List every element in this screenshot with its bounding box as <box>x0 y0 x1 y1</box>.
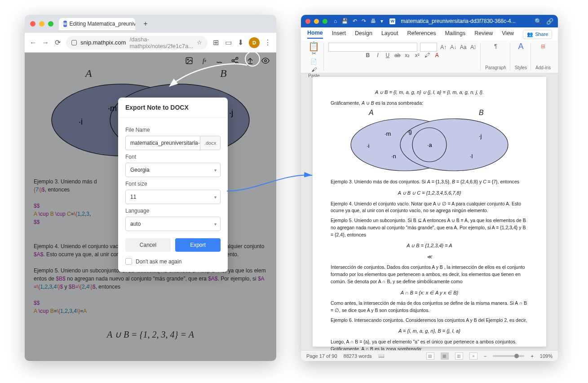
browser-tabstrip: M Editing Matematica_preunive × + <box>25 15 276 33</box>
ribbon-group-font: A↑ A↓ Aa A⃠ B I U ab x₂ x² 🖍 A <box>325 43 481 71</box>
underline-icon[interactable]: U <box>384 52 391 59</box>
italic-icon[interactable]: I <box>374 52 381 59</box>
web-view-icon[interactable]: ▥ <box>455 352 463 360</box>
zoom-slider[interactable] <box>493 355 524 357</box>
paragraph: Ejemplo 3. Uniendo más de dos conjuntos.… <box>331 178 528 186</box>
dont-ask-label: Don't ask me again <box>136 258 181 265</box>
equation: A ∪ B = {i, m, a, g, n} ∪ {j, l, a} = {i… <box>331 89 528 96</box>
save-icon[interactable]: 💾 <box>341 18 348 24</box>
browser-tab[interactable]: M Editing Matematica_preunive × <box>59 18 135 30</box>
bold-icon[interactable]: B <box>364 52 371 59</box>
focus-view-icon[interactable]: ▤ <box>426 352 434 360</box>
modal-title: Export Note to DOCX <box>118 98 228 118</box>
reload-icon[interactable]: ⟳ <box>54 38 62 47</box>
extensions-icon[interactable]: ⊞ <box>212 38 220 47</box>
tab-home[interactable]: Home <box>307 30 323 39</box>
download-icon[interactable]: ⬇ <box>237 38 244 47</box>
redo-icon[interactable]: ↷ <box>362 18 366 24</box>
paragraph-icon[interactable]: ¶ <box>492 43 500 50</box>
tab-layout[interactable]: Layout <box>381 30 398 38</box>
subscript-icon[interactable]: x₂ <box>404 52 411 59</box>
paragraph: Intersección de conjuntos. Dados dos con… <box>331 264 528 285</box>
print-icon[interactable]: 🖶 <box>371 18 376 24</box>
document-page: A ∪ B = {i, m, a, g, n} ∪ {j, l, a} = {i… <box>313 77 546 347</box>
file-name-input[interactable]: matematica_preuniversitaria-dd... <box>125 136 200 150</box>
tab-insert[interactable]: Insert <box>332 30 346 38</box>
browser-window: M Editing Matematica_preunive × + ← → ⟳ … <box>25 15 276 361</box>
zoom-level[interactable]: 109% <box>540 353 553 359</box>
font-color-icon[interactable]: A <box>433 52 441 59</box>
minimize-dot[interactable] <box>39 21 44 27</box>
font-family-select[interactable] <box>328 43 418 52</box>
change-case-icon[interactable]: Aa <box>460 44 467 51</box>
shrink-font-icon[interactable]: A↓ <box>450 44 457 51</box>
quick-access: ⌂ 💾 ↶ ↷ 🖶 ▾ <box>334 18 383 24</box>
share-button[interactable]: 👥 Share <box>523 30 552 39</box>
close-dot[interactable] <box>305 19 310 24</box>
minimize-dot[interactable] <box>314 19 319 24</box>
address-bar[interactable]: snip.mathpix.com/dasha-mathpix/notes/2fe… <box>66 36 208 49</box>
superscript-icon[interactable]: x² <box>414 52 421 59</box>
print-view-icon[interactable]: ▦ <box>441 352 449 360</box>
font-select[interactable]: Georgia▾ <box>125 163 221 177</box>
url-host: snip.mathpix.com <box>80 39 126 46</box>
close-dot[interactable] <box>30 21 35 27</box>
highlight-icon[interactable]: 🖍 <box>424 52 431 59</box>
cut-icon[interactable]: ✂ <box>310 50 318 57</box>
dont-ask-checkbox[interactable] <box>125 258 132 265</box>
svg-text:·m: ·m <box>385 130 391 137</box>
tab-mailings[interactable]: Mailings <box>445 30 465 38</box>
paragraph: Gráficamente, A ∪ B es la zona sombreada… <box>331 100 528 107</box>
copy-icon[interactable]: 📄 <box>310 58 318 65</box>
window-controls <box>305 19 327 24</box>
word-count[interactable]: 88273 words <box>344 353 372 359</box>
bookmark-icon[interactable]: ☆ <box>197 39 202 46</box>
addins-icon[interactable]: ⊞ <box>539 43 547 50</box>
paste-icon[interactable]: 📋 <box>310 43 318 50</box>
outline-view-icon[interactable]: ≡ <box>469 352 477 360</box>
home-icon[interactable]: ⌂ <box>334 18 337 24</box>
format-painter-icon[interactable]: 🖌 <box>310 66 318 73</box>
ribbon-group-paragraph: ¶ Paragraph <box>482 43 510 71</box>
tab-review[interactable]: Review <box>474 30 493 38</box>
font-size-select[interactable] <box>420 43 437 52</box>
clear-format-icon[interactable]: A⃠ <box>469 44 477 51</box>
new-tab-button[interactable]: + <box>141 19 150 29</box>
back-icon[interactable]: ← <box>29 39 37 47</box>
document-area[interactable]: A ∪ B = {i, m, a, g, n} ∪ {j, l, a} = {i… <box>301 73 558 350</box>
maximize-dot[interactable] <box>323 19 327 24</box>
styles-icon[interactable]: A <box>517 43 524 50</box>
font-size-select[interactable]: 11▾ <box>125 190 221 204</box>
tab-references[interactable]: References <box>407 30 436 38</box>
cast-icon[interactable]: ▭ <box>224 38 232 47</box>
more-icon[interactable]: ▾ <box>380 18 383 24</box>
grow-font-icon[interactable]: A↑ <box>440 44 447 51</box>
undo-icon[interactable]: ↶ <box>353 18 357 24</box>
paragraph: Ejemplo 4. Uniendo el conjunto vacío. No… <box>331 200 528 215</box>
export-button[interactable]: Export <box>175 238 221 252</box>
search-icon[interactable]: 🔍 <box>535 18 542 25</box>
ribbon: 📋 ✂ 📄 🖌 Paste A↑ A↓ Aa A⃠ B I U ab <box>301 41 558 73</box>
chevron-down-icon: ▾ <box>214 168 217 173</box>
file-ext-label: .docx <box>200 136 221 150</box>
spellcheck-icon[interactable]: 📖 <box>378 353 385 359</box>
language-select[interactable]: auto▾ <box>125 217 221 231</box>
forward-icon[interactable]: → <box>41 39 49 47</box>
svg-point-12 <box>400 119 508 171</box>
cancel-button[interactable]: Cancel <box>125 238 171 252</box>
profile-avatar[interactable]: D <box>249 37 259 48</box>
zoom-in-icon[interactable]: + <box>531 353 533 359</box>
svg-text:·i: ·i <box>367 143 370 149</box>
site-info-icon[interactable] <box>71 40 77 45</box>
font-size-label: Font size <box>125 181 221 187</box>
zoom-out-icon[interactable]: − <box>484 353 486 359</box>
page-indicator[interactable]: Page 17 of 90 <box>306 353 337 359</box>
status-bar: Page 17 of 90 88273 words 📖 ▤ ▦ ▥ ≡ − + … <box>301 350 558 361</box>
ribbon-tabs: Home Insert Design Layout References Mai… <box>301 27 558 41</box>
strike-icon[interactable]: ab <box>394 52 401 59</box>
link-icon[interactable]: 🔗 <box>546 18 553 25</box>
tab-design[interactable]: Design <box>355 30 372 38</box>
tab-view[interactable]: View <box>502 30 514 38</box>
menu-icon[interactable]: ⋮ <box>264 38 272 47</box>
maximize-dot[interactable] <box>48 21 53 27</box>
